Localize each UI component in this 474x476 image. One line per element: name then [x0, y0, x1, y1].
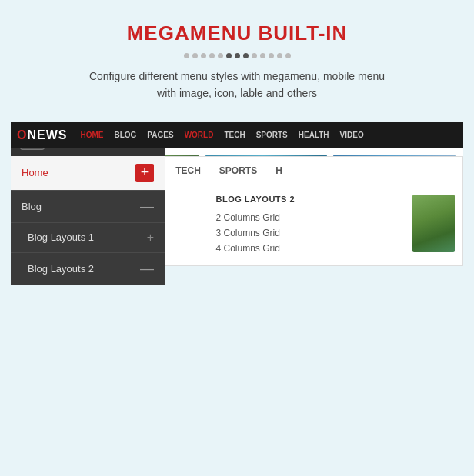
- megamenu-col2-title: BLOG LAYOUTS 2: [216, 195, 406, 204]
- menu-item-home[interactable]: Home +: [11, 156, 165, 191]
- dot-4[interactable]: [209, 53, 215, 58]
- dot-5[interactable]: [218, 53, 223, 58]
- navbar-item-home[interactable]: HOME: [75, 131, 108, 139]
- megamenu-thumbnail: [412, 195, 455, 256]
- hero-description: Configure different menu styles with meg…: [15, 68, 459, 102]
- menu-label-blog: Blog: [22, 201, 42, 212]
- navbar-item-health[interactable]: HEALTH: [293, 131, 335, 139]
- menu-collapse-blog-layouts-2[interactable]: —: [140, 261, 154, 277]
- dot-13[interactable]: [285, 53, 291, 58]
- navbar-item-blog[interactable]: BLOG: [108, 131, 142, 139]
- bottom-navbar: ONEWS HOME BLOG PAGES WORLD TECH SPORTS …: [11, 122, 463, 148]
- megamenu-link-4col[interactable]: 4 Columns Grid: [216, 241, 406, 256]
- menu-label-home: Home: [22, 167, 48, 178]
- dot-11[interactable]: [269, 53, 274, 58]
- dot-8[interactable]: [243, 53, 249, 58]
- dot-10[interactable]: [260, 53, 265, 58]
- brand-logo: ONEWS: [17, 128, 67, 142]
- menu-expand-home[interactable]: +: [135, 164, 154, 182]
- megamenu-link-3col[interactable]: 3 Columns Grid: [216, 225, 406, 241]
- menu-collapse-blog[interactable]: —: [140, 198, 154, 215]
- navbar-item-tech[interactable]: TECH: [219, 131, 250, 139]
- menu-item-blog-layouts-2[interactable]: Blog Layouts 2 —: [11, 253, 165, 285]
- menu-item-blog-layouts-1[interactable]: Blog Layouts 1 +: [11, 223, 165, 253]
- dot-2[interactable]: [192, 53, 198, 58]
- megamenu-col-2: BLOG LAYOUTS 2 2 Columns Grid 3 Columns …: [216, 195, 406, 256]
- hero-section: MEGAMENU BUILT-IN Configure different me…: [0, 0, 474, 122]
- megamenu-nav-tech[interactable]: TECH: [166, 158, 210, 184]
- megamenu-thumb-img: [412, 195, 455, 252]
- navbar-item-pages[interactable]: PAGES: [142, 131, 179, 139]
- menu-label-blog-layouts-1: Blog Layouts 1: [28, 231, 94, 243]
- menu-item-blog[interactable]: Blog —: [11, 191, 165, 223]
- hero-title: MEGAMENU BUILT-IN: [15, 22, 459, 45]
- navbar-item-world[interactable]: WORLD: [179, 131, 219, 139]
- dot-3[interactable]: [201, 53, 206, 58]
- dot-6[interactable]: [226, 53, 232, 58]
- megamenu-nav-more[interactable]: H: [266, 158, 292, 184]
- menu-expand-blog-layouts-1[interactable]: +: [147, 231, 154, 245]
- dot-9[interactable]: [252, 53, 257, 58]
- dot-12[interactable]: [277, 53, 282, 58]
- megamenu-nav-sports[interactable]: SPORTS: [210, 158, 266, 184]
- navbar-item-sports[interactable]: SPORTS: [251, 131, 293, 139]
- navbar-item-video[interactable]: VIDEO: [335, 131, 369, 139]
- dot-7[interactable]: [235, 53, 240, 58]
- menu-label-blog-layouts-2: Blog Layouts 2: [28, 263, 94, 275]
- megamenu-link-2col[interactable]: 2 Columns Grid: [216, 210, 406, 225]
- pagination-dots: [15, 53, 459, 58]
- dot-1[interactable]: [184, 53, 189, 58]
